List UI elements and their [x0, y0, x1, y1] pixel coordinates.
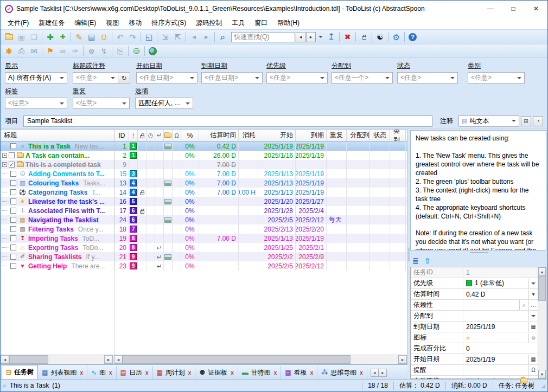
maximize-tasklist-button[interactable]: ◱	[143, 31, 155, 43]
task-title-cell[interactable]: ♥Getting HelpThere are...	[1, 261, 115, 271]
task-title-cell[interactable]: ⚽Categorizing TasksT...	[1, 188, 115, 197]
task-row[interactable]: ♨Exporting TasksToDo...208↵0%2025/1/2520…	[1, 243, 407, 252]
task-title-cell[interactable]: ♨Exporting TasksToDo...	[1, 243, 115, 252]
attribute-value[interactable]: 1 (非常低)	[463, 279, 528, 288]
tab-看板[interactable]: ▦看板x	[281, 366, 317, 379]
menu-item-2[interactable]: 编辑(E)	[69, 17, 101, 29]
search-button[interactable]: ⌕	[519, 300, 528, 310]
attribute-list-icon[interactable]: ≣	[412, 256, 419, 265]
filter-select[interactable]: <任意>	[5, 98, 67, 109]
column-header-est[interactable]: 估算时间	[199, 130, 239, 141]
menu-item-6[interactable]: 源码控制	[191, 17, 227, 29]
attribute-value[interactable]: 0.42 D	[463, 291, 528, 298]
task-checkbox[interactable]	[10, 198, 16, 204]
task-row[interactable]: ⌕This is a TaskNew tas...110%0.42 D2025/…	[1, 142, 407, 151]
lock-button[interactable]	[358, 31, 370, 43]
menu-item-1[interactable]: 新建任务	[34, 17, 69, 29]
column-header-id[interactable]: ID	[115, 130, 129, 141]
edit-task-button[interactable]: ✎	[73, 31, 85, 43]
task-row[interactable]: ▥Colouring TasksTasks...1340%7.00 D2025/…	[1, 178, 407, 188]
preferences-button[interactable]: ⚙	[390, 31, 403, 43]
indent-task-button[interactable]: ⇲	[159, 31, 171, 43]
title-pane-hscrollbar[interactable]: ◂ ▸	[1, 355, 114, 364]
print-button[interactable]: ⎙	[15, 45, 28, 57]
style-toggle-button[interactable]: ☯	[374, 31, 386, 43]
reminder-button[interactable]: Ω	[98, 31, 110, 43]
column-header-spent[interactable]: 消耗	[239, 130, 258, 141]
flag-task-button[interactable]: ⚑	[44, 45, 56, 57]
save-all-button[interactable]: ❏	[28, 31, 40, 43]
scroll-right-icon[interactable]: ▸	[104, 355, 113, 364]
back-button[interactable]: ◄	[188, 31, 200, 43]
tab-日历[interactable]: ▤日历x	[117, 366, 153, 379]
tab-close-icon[interactable]: x	[188, 370, 192, 376]
column-header-cat[interactable]: 类别	[390, 130, 406, 141]
link-button[interactable]: ∞	[56, 45, 69, 57]
column-header-clock-icon[interactable]: ◷	[146, 130, 155, 141]
resize-grip[interactable]: ◢	[541, 383, 545, 389]
menu-item-5[interactable]: 排序方式(S)	[146, 17, 191, 29]
column-header-title[interactable]: 标题	[1, 130, 115, 141]
task-checkbox[interactable]	[10, 189, 16, 195]
comments-grid-button[interactable]: ⊞	[521, 116, 531, 126]
task-comments[interactable]: New tasks can be created using: 1. The '…	[410, 130, 546, 250]
task-title-cell[interactable]: +A Task can contain...	[1, 151, 115, 160]
task-checkbox[interactable]	[10, 245, 16, 250]
calendar-button[interactable]: ▦	[528, 355, 538, 364]
task-title-cell[interactable]: ★Likewise for the task's ...	[1, 197, 115, 206]
spellcheck-button[interactable]: ↯	[98, 45, 110, 57]
tab-close-icon[interactable]: x	[231, 370, 234, 376]
maximize-button[interactable]: □	[502, 1, 525, 17]
tab-甘特图[interactable]: ▬甘特图x	[238, 366, 282, 379]
attribute-value[interactable]: 1	[463, 269, 538, 277]
task-title-cell[interactable]: ⛁Adding Comments to T...	[1, 169, 115, 178]
tab-图[interactable]: ∿图x	[87, 366, 117, 379]
task-row[interactable]: ★Likewise for the task's ...1650%2025/1/…	[1, 197, 407, 206]
project-input[interactable]	[23, 115, 432, 127]
task-title-cell[interactable]: +✓This is a completed task	[1, 160, 115, 169]
column-header-priority-icon[interactable]: !	[129, 130, 138, 141]
task-checkbox[interactable]	[10, 263, 16, 269]
scroll-down-icon[interactable]: ▾	[538, 370, 546, 378]
task-checkbox[interactable]	[10, 226, 16, 232]
task-row[interactable]: ▩Filtering TasksOnce y...1870%2025/2/132…	[1, 224, 407, 234]
sort-button[interactable]: ↥	[325, 31, 337, 43]
move-attribute-up-icon[interactable]: ⇧	[424, 256, 431, 265]
filter-select[interactable]: <任意>	[266, 72, 328, 83]
task-title-cell[interactable]: ⌇Associated Files with T...	[1, 206, 115, 215]
task-checkbox[interactable]	[10, 143, 16, 149]
tab-close-icon[interactable]: x	[310, 370, 314, 376]
task-checkbox[interactable]	[10, 208, 16, 214]
tab-scroll-left-icon[interactable]: ◂	[371, 369, 379, 377]
task-checkbox[interactable]	[10, 171, 16, 177]
filter-select[interactable]: <任意日期>	[201, 72, 263, 83]
task-checkbox[interactable]	[10, 235, 16, 241]
ellipsis-button[interactable]: …	[528, 300, 538, 310]
scroll-left-icon[interactable]: ◂	[114, 355, 123, 364]
delete-task-button[interactable]: ✖	[341, 31, 354, 43]
task-checkbox[interactable]	[9, 152, 15, 158]
task-checkbox[interactable]	[10, 180, 16, 186]
filter-select[interactable]: <任意>	[73, 72, 118, 83]
quick-find-input[interactable]	[231, 32, 295, 42]
undo-button[interactable]: ↶	[114, 31, 126, 43]
expand-icon[interactable]: +	[2, 153, 7, 158]
minimize-button[interactable]: —	[479, 1, 502, 17]
attribute-value[interactable]: 2025/1/19	[463, 356, 528, 363]
dropdown-button[interactable]	[528, 279, 538, 288]
task-row[interactable]: ♥Getting HelpThere are...239↵0%2025/2/52…	[1, 261, 407, 271]
filter-select[interactable]: <任意>	[468, 72, 525, 83]
cancel-button[interactable]: ⊗	[85, 45, 98, 57]
task-row[interactable]: ❢Importing TasksToD...1980%7.00 D2025/1/…	[1, 234, 407, 243]
column-header-bell-icon[interactable]: Ω	[173, 130, 181, 141]
task-title-cell[interactable]: ✐Sharing TasklistsIf y...	[1, 252, 115, 261]
task-checkbox[interactable]: ✓	[9, 162, 15, 168]
task-row[interactable]: ⌇Associated Files with T...1760%2025/1/2…	[1, 206, 407, 215]
column-header-pct[interactable]: %	[181, 130, 199, 141]
expand-icon[interactable]: +	[2, 162, 7, 167]
email-button[interactable]: ✉	[28, 45, 40, 57]
new-task-button[interactable]: ✚	[44, 31, 56, 43]
column-header-assign[interactable]: 分配到	[347, 130, 370, 141]
filter-select[interactable]: <任意>	[73, 98, 130, 109]
dropdown-button[interactable]	[528, 311, 538, 321]
